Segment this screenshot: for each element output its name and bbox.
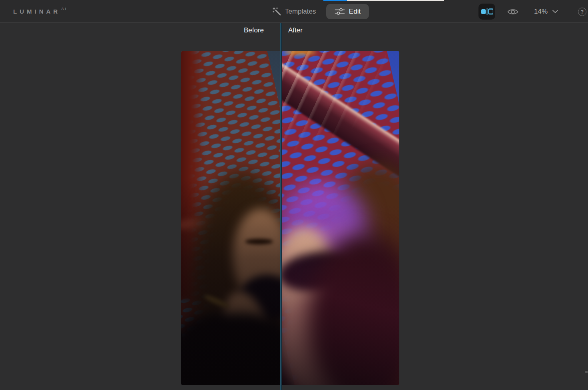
app-logo: LUMINAR AI	[13, 0, 67, 23]
tab-edit[interactable]: Edit	[326, 4, 369, 19]
help-circle-icon: ?	[581, 10, 584, 14]
tab-templates[interactable]: Templates	[273, 0, 316, 23]
quick-preview-button[interactable]	[507, 7, 519, 16]
logo-text: LUMINAR	[13, 8, 60, 15]
tab-templates-label: Templates	[285, 8, 316, 16]
before-after-compare-icon	[481, 8, 493, 16]
top-toolbar: LUMINAR AI Templates	[0, 0, 588, 23]
luminar-window: LUMINAR AI Templates	[0, 0, 588, 390]
after-label: After	[288, 26, 303, 34]
magic-wand-icon	[273, 7, 281, 16]
shadow-overlay	[282, 51, 399, 385]
sliders-icon	[335, 8, 345, 15]
logo-superscript: AI	[61, 7, 67, 11]
compare-divider-handle[interactable]	[280, 23, 282, 390]
compare-toggle-button[interactable]	[478, 4, 495, 20]
help-button[interactable]: ?	[578, 8, 586, 16]
tab-edit-label: Edit	[349, 8, 361, 16]
progress-bar-loaded	[323, 0, 347, 1]
scrollbar-thumb[interactable]	[585, 371, 588, 373]
eye-icon	[507, 8, 518, 16]
zoom-level-dropdown[interactable]: 14%	[534, 0, 558, 23]
before-image[interactable]	[181, 51, 280, 385]
shadow-overlay	[181, 51, 280, 385]
progress-bar-track	[347, 0, 444, 1]
after-image[interactable]	[282, 51, 399, 385]
before-label: Before	[176, 26, 264, 34]
chevron-down-icon	[552, 10, 558, 13]
zoom-level-value: 14%	[534, 8, 548, 16]
